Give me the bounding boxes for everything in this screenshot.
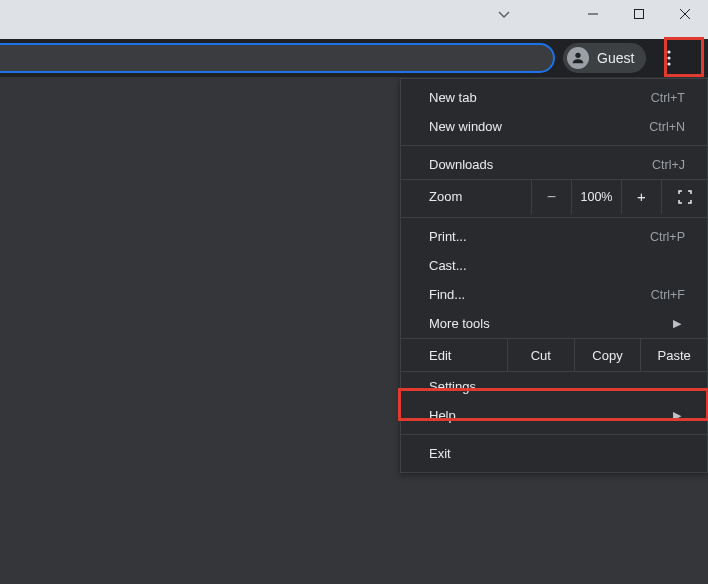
menu-label: Exit [429, 446, 451, 461]
menu-label: More tools [429, 316, 490, 331]
profile-chip[interactable]: Guest [563, 43, 646, 73]
maximize-button[interactable] [616, 0, 662, 28]
avatar-icon [567, 47, 589, 69]
kebab-menu-button[interactable] [652, 41, 686, 75]
menu-label: New tab [429, 90, 477, 105]
menu-label: Find... [429, 287, 465, 302]
browser-toolbar: Guest [0, 39, 708, 77]
menu-label: Print... [429, 229, 467, 244]
paste-button[interactable]: Paste [640, 339, 707, 371]
menu-item-zoom: Zoom − 100% + [401, 179, 707, 213]
svg-point-4 [575, 53, 580, 58]
window-controls [570, 0, 708, 28]
menu-shortcut: Ctrl+P [650, 230, 685, 244]
menu-item-exit[interactable]: Exit [401, 439, 707, 468]
svg-point-5 [668, 50, 671, 53]
edit-label: Edit [401, 339, 507, 371]
menu-item-settings[interactable]: Settings [401, 372, 707, 401]
menu-item-find[interactable]: Find... Ctrl+F [401, 280, 707, 309]
zoom-label: Zoom [401, 189, 531, 204]
zoom-out-button[interactable]: − [531, 180, 571, 214]
menu-shortcut: Ctrl+T [651, 91, 685, 105]
close-button[interactable] [662, 0, 708, 28]
address-bar[interactable] [0, 43, 555, 73]
minimize-button[interactable] [570, 0, 616, 28]
svg-point-7 [668, 62, 671, 65]
menu-separator [401, 217, 707, 218]
menu-item-cast[interactable]: Cast... [401, 251, 707, 280]
menu-item-new-window[interactable]: New window Ctrl+N [401, 112, 707, 141]
cut-button[interactable]: Cut [507, 339, 574, 371]
menu-shortcut: Ctrl+N [649, 120, 685, 134]
chevron-right-icon: ▶ [673, 317, 685, 330]
menu-item-help[interactable]: Help ▶ [401, 401, 707, 430]
menu-shortcut: Ctrl+F [651, 288, 685, 302]
svg-rect-1 [635, 10, 644, 19]
chevron-right-icon: ▶ [673, 409, 685, 422]
menu-label: Help [429, 408, 456, 423]
menu-item-more-tools[interactable]: More tools ▶ [401, 309, 707, 338]
zoom-level: 100% [571, 180, 621, 214]
tab-search-chevron-icon[interactable] [494, 8, 514, 22]
menu-item-downloads[interactable]: Downloads Ctrl+J [401, 150, 707, 179]
svg-point-6 [668, 56, 671, 59]
menu-separator [401, 145, 707, 146]
copy-button[interactable]: Copy [574, 339, 641, 371]
menu-label: Settings [429, 379, 476, 394]
zoom-in-button[interactable]: + [621, 180, 661, 214]
menu-label: New window [429, 119, 502, 134]
fullscreen-button[interactable] [661, 180, 707, 214]
main-menu: New tab Ctrl+T New window Ctrl+N Downloa… [400, 78, 708, 473]
menu-label: Downloads [429, 157, 493, 172]
menu-shortcut: Ctrl+J [652, 158, 685, 172]
menu-item-print[interactable]: Print... Ctrl+P [401, 222, 707, 251]
profile-label: Guest [597, 50, 634, 66]
menu-item-edit: Edit Cut Copy Paste [401, 338, 707, 372]
fullscreen-icon [678, 190, 692, 204]
menu-separator [401, 434, 707, 435]
menu-item-new-tab[interactable]: New tab Ctrl+T [401, 83, 707, 112]
menu-label: Cast... [429, 258, 467, 273]
